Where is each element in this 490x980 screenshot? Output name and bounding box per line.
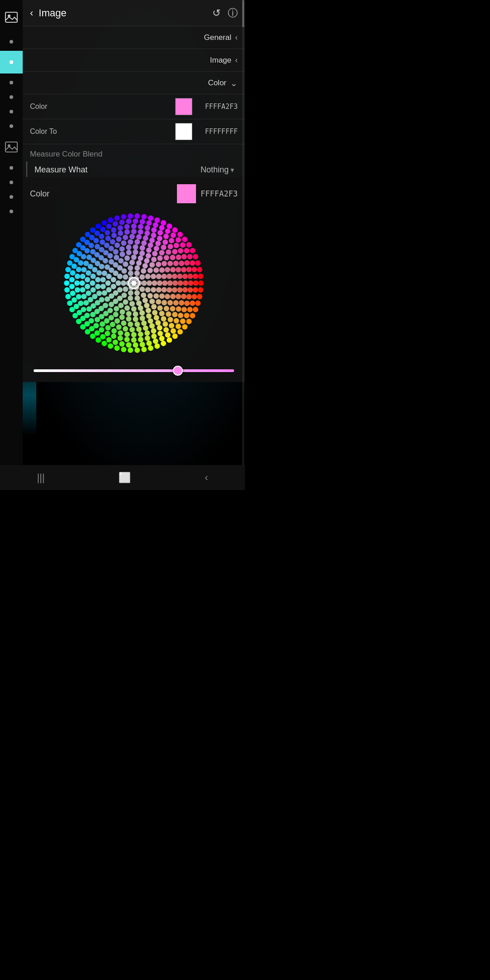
sidebar-dot-6[interactable] — [10, 166, 13, 170]
svg-point-207 — [110, 239, 115, 245]
svg-point-413 — [69, 254, 75, 260]
sidebar-dot-7[interactable] — [10, 181, 13, 184]
svg-point-437 — [195, 260, 201, 266]
color-to-row[interactable]: Color To FFFFFFFF — [23, 119, 245, 144]
scrollbar-thumb[interactable] — [242, 0, 244, 27]
info-button[interactable]: ⓘ — [228, 6, 238, 20]
svg-point-51 — [142, 263, 148, 269]
svg-point-225 — [176, 306, 181, 312]
back-button[interactable]: ‹ — [30, 7, 33, 19]
svg-point-111 — [157, 305, 163, 311]
svg-point-71 — [124, 255, 130, 261]
svg-point-142 — [170, 294, 176, 299]
svg-point-81 — [156, 299, 161, 304]
svg-point-220 — [177, 274, 182, 279]
refresh-button[interactable]: ↺ — [212, 7, 220, 19]
svg-point-211 — [136, 234, 142, 240]
svg-point-280 — [145, 336, 150, 341]
svg-point-123 — [95, 284, 101, 289]
svg-point-209 — [122, 235, 128, 240]
svg-point-233 — [131, 332, 137, 338]
svg-point-294 — [75, 287, 80, 293]
color-slider-track[interactable] — [34, 369, 234, 372]
svg-point-227 — [168, 317, 173, 323]
svg-point-78 — [162, 280, 167, 286]
picker-swatch[interactable] — [177, 184, 196, 203]
sidebar-dot-3[interactable] — [10, 95, 13, 99]
svg-point-16 — [121, 280, 126, 286]
svg-point-147 — [148, 318, 153, 323]
svg-point-92 — [100, 284, 106, 289]
svg-point-434 — [186, 242, 191, 247]
svg-point-14 — [128, 290, 133, 296]
svg-point-436 — [193, 254, 198, 260]
svg-point-364 — [133, 218, 138, 224]
svg-point-425 — [134, 213, 140, 219]
svg-point-79 — [162, 287, 167, 293]
sidebar-dot-9[interactable] — [10, 210, 13, 213]
nav-back-button[interactable]: ‹ — [194, 468, 219, 487]
svg-point-241 — [86, 306, 92, 312]
svg-point-230 — [151, 328, 157, 333]
svg-point-382 — [193, 307, 198, 312]
svg-point-37 — [147, 293, 153, 299]
svg-point-340 — [100, 334, 106, 339]
scrollbar[interactable] — [242, 0, 244, 490]
svg-point-38 — [142, 298, 148, 303]
color-slider-thumb[interactable] — [173, 366, 183, 376]
svg-point-238 — [100, 321, 105, 327]
svg-point-388 — [167, 338, 172, 343]
svg-point-321 — [193, 280, 199, 286]
svg-point-312 — [157, 230, 163, 235]
svg-point-140 — [172, 280, 178, 286]
svg-point-428 — [154, 217, 160, 223]
svg-point-44 — [111, 284, 116, 289]
svg-point-283 — [124, 337, 130, 342]
nav-menu-button[interactable]: ||| — [26, 468, 55, 487]
svg-point-61 — [124, 305, 130, 311]
nav-home-button[interactable]: ⬜ — [108, 468, 142, 487]
general-row[interactable]: General ‹ — [23, 26, 245, 49]
sidebar-top-icon[interactable] — [3, 9, 20, 25]
svg-point-72 — [131, 255, 137, 260]
image-row[interactable]: Image ‹ — [23, 49, 245, 72]
svg-point-380 — [197, 294, 202, 299]
color-row[interactable]: Color ⌄ — [23, 72, 245, 94]
sidebar-dot-1[interactable] — [10, 40, 13, 44]
svg-point-254 — [111, 233, 117, 238]
color-field-row[interactable]: Color FFFFA2F3 — [23, 94, 245, 119]
svg-point-285 — [111, 333, 117, 339]
svg-point-217 — [170, 255, 175, 260]
svg-point-117 — [119, 314, 125, 320]
svg-point-228 — [162, 321, 168, 327]
svg-point-372 — [180, 242, 186, 248]
color-swatch[interactable] — [175, 98, 192, 115]
sidebar-dot-4[interactable] — [10, 110, 13, 113]
slider-container[interactable] — [30, 365, 238, 375]
measure-dropdown-icon[interactable]: ▾ — [230, 166, 234, 174]
svg-point-189 — [129, 327, 135, 332]
color-wheel[interactable] — [61, 211, 206, 356]
svg-point-359 — [100, 227, 106, 232]
svg-point-84 — [139, 310, 145, 316]
svg-point-261 — [157, 235, 162, 241]
svg-point-172 — [154, 246, 159, 251]
color-to-swatch[interactable] — [175, 123, 192, 140]
sidebar-dot-5[interactable] — [10, 124, 13, 128]
svg-point-99 — [126, 250, 132, 255]
svg-point-262 — [162, 240, 168, 245]
svg-point-244 — [80, 287, 85, 293]
svg-point-34 — [145, 274, 151, 279]
svg-point-102 — [146, 253, 151, 259]
svg-point-193 — [104, 318, 109, 323]
svg-point-386 — [177, 329, 183, 334]
color-field-label: Color — [30, 103, 175, 111]
svg-point-273 — [181, 307, 187, 312]
svg-point-215 — [161, 245, 167, 250]
svg-point-439 — [198, 274, 203, 279]
color-wheel-container[interactable] — [30, 211, 238, 356]
sidebar-dot-8[interactable] — [10, 195, 13, 199]
sidebar-image-icon[interactable] — [3, 139, 20, 155]
sidebar-dot-2[interactable] — [10, 81, 13, 84]
sidebar-active-item[interactable] — [0, 51, 23, 74]
